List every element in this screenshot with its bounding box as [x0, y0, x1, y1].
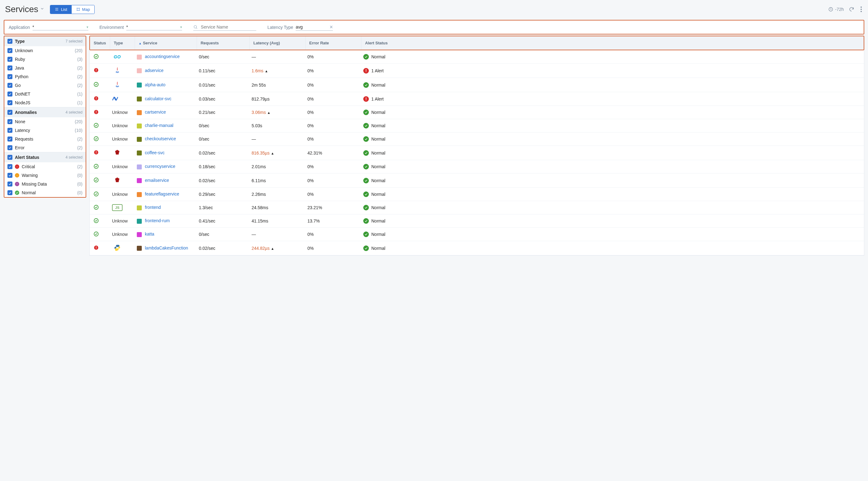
- table-row[interactable]: Unknowcheckoutservice0/sec—0%Normal: [90, 132, 864, 146]
- facet-item[interactable]: None(20): [4, 117, 86, 126]
- facet-item[interactable]: Requests(2): [4, 135, 86, 143]
- facet-item[interactable]: Java(2): [4, 64, 86, 72]
- table-row[interactable]: !Unknowcartservice0.21/sec3.06ms▲0%Norma…: [90, 106, 864, 119]
- service-name[interactable]: accountingservice: [145, 54, 180, 59]
- checkbox-icon[interactable]: [7, 92, 12, 96]
- table-row[interactable]: Unknowkatta0/sec—0%Normal: [90, 228, 864, 241]
- table-row[interactable]: alpha-auto0.01/sec2m 55s0%Normal: [90, 78, 864, 92]
- table-row[interactable]: GOaccountingservice0/sec—0%Normal: [90, 50, 864, 64]
- service-cell[interactable]: accountingservice: [133, 50, 195, 64]
- table-row[interactable]: !calculator-svc0.03/sec812.79µs0%!1 Aler…: [90, 92, 864, 106]
- checkbox-icon[interactable]: [7, 119, 12, 124]
- column-error[interactable]: Error Rate: [305, 36, 361, 50]
- column-alert[interactable]: Alert Status: [361, 36, 864, 50]
- facet-item[interactable]: Ruby(3): [4, 55, 86, 64]
- table-row[interactable]: Unknowfeatureflagservice0.29/sec2.26ms0%…: [90, 188, 864, 201]
- service-name[interactable]: emailservice: [145, 178, 169, 183]
- facet-group-header[interactable]: Type7 selected: [4, 36, 86, 46]
- checkbox-icon[interactable]: [7, 128, 12, 133]
- table-row[interactable]: !coffee-svc0.02/sec816.35µs▲42.31%Normal: [90, 146, 864, 160]
- checkbox-icon[interactable]: [7, 100, 12, 105]
- checkbox-icon[interactable]: [7, 173, 12, 178]
- facet-item[interactable]: Error(2): [4, 143, 86, 152]
- facet-item[interactable]: Python(2): [4, 72, 86, 81]
- facet-item[interactable]: ?Missing Data(0): [4, 180, 86, 188]
- clear-latency-type-icon[interactable]: ×: [330, 24, 333, 30]
- checkbox-icon[interactable]: [7, 57, 12, 62]
- view-map-button[interactable]: Map: [72, 5, 94, 14]
- service-name[interactable]: alpha-auto: [145, 82, 165, 87]
- service-cell[interactable]: lambdaCakesFunction: [133, 241, 195, 255]
- service-name[interactable]: checkoutservice: [145, 136, 176, 141]
- column-type[interactable]: Type: [110, 36, 135, 50]
- service-cell[interactable]: checkoutservice: [133, 132, 195, 146]
- checkbox-icon[interactable]: [7, 137, 12, 142]
- more-menu-icon[interactable]: [859, 5, 863, 13]
- facet-item[interactable]: !Warning(0): [4, 171, 86, 180]
- facet-item[interactable]: Latency(10): [4, 126, 86, 135]
- facet-item[interactable]: Unknown(20): [4, 46, 86, 55]
- service-cell[interactable]: alpha-auto: [133, 78, 195, 92]
- checkbox-icon[interactable]: [7, 74, 12, 79]
- checkbox-icon[interactable]: [7, 65, 12, 70]
- table-row[interactable]: !lambdaCakesFunction0.02/sec244.82µs▲0%N…: [90, 241, 864, 255]
- table-row[interactable]: JSfrontend1.3/sec24.58ms23.21%Normal: [90, 201, 864, 214]
- checkbox-icon[interactable]: [7, 48, 12, 53]
- service-name[interactable]: currencyservice: [145, 164, 175, 169]
- service-name[interactable]: lambdaCakesFunction: [145, 245, 188, 250]
- service-cell[interactable]: frontend-rum: [133, 214, 195, 228]
- view-list-button[interactable]: List: [50, 5, 71, 14]
- service-name[interactable]: frontend: [145, 205, 161, 210]
- table-row[interactable]: !adservice0.11/sec1.6ms▲0%!1 Alert: [90, 64, 864, 78]
- checkbox-icon[interactable]: [7, 145, 12, 150]
- time-range-picker[interactable]: -72h: [828, 7, 844, 12]
- service-cell[interactable]: frontend: [133, 201, 195, 214]
- facet-group-header[interactable]: Alert Status4 selected: [4, 152, 86, 162]
- service-cell[interactable]: coffee-svc: [133, 146, 195, 160]
- table-row[interactable]: Unknowcharlie-manual0/sec5.03s0%Normal: [90, 119, 864, 132]
- column-requests[interactable]: Requests: [197, 36, 249, 50]
- facet-item[interactable]: NodeJS(1): [4, 98, 86, 107]
- column-latency[interactable]: Latency (Avg): [249, 36, 305, 50]
- facet-item[interactable]: Go(2): [4, 81, 86, 90]
- facet-item[interactable]: DotNET(1): [4, 90, 86, 98]
- search-input[interactable]: [200, 24, 256, 30]
- service-cell[interactable]: adservice: [133, 64, 195, 78]
- service-cell[interactable]: currencyservice: [133, 160, 195, 174]
- service-name[interactable]: cartservice: [145, 110, 166, 115]
- service-name[interactable]: charlie-manual: [145, 123, 174, 128]
- checkbox-icon[interactable]: [7, 83, 12, 88]
- column-service[interactable]: ▲Service: [135, 36, 197, 50]
- filter-environment[interactable]: Environment * ▾: [100, 24, 182, 30]
- checkbox-icon[interactable]: [7, 155, 12, 160]
- title-dropdown[interactable]: [40, 6, 44, 12]
- service-cell[interactable]: charlie-manual: [133, 119, 195, 132]
- service-name-search[interactable]: [193, 24, 256, 31]
- filter-application[interactable]: Application * ▾: [9, 24, 88, 30]
- service-name[interactable]: calculator-svc: [145, 96, 172, 101]
- column-status[interactable]: Status: [90, 36, 110, 50]
- service-cell[interactable]: katta: [133, 228, 195, 241]
- service-name[interactable]: adservice: [145, 68, 163, 73]
- checkbox-icon[interactable]: [7, 39, 12, 44]
- checkbox-icon[interactable]: [7, 164, 12, 169]
- checkbox-icon[interactable]: [7, 190, 12, 195]
- table-row[interactable]: Unknowcurrencyservice0.18/sec2.01ms0%Nor…: [90, 160, 864, 174]
- service-cell[interactable]: cartservice: [133, 106, 195, 119]
- filter-latency-type[interactable]: Latency Type avg ×: [268, 24, 333, 31]
- service-cell[interactable]: calculator-svc: [133, 92, 195, 106]
- service-name[interactable]: frontend-rum: [145, 218, 170, 223]
- table-row[interactable]: Unknowfrontend-rum0.41/sec41.15ms13.7%No…: [90, 214, 864, 228]
- facet-item[interactable]: Normal(0): [4, 188, 86, 197]
- facet-group-header[interactable]: Anomalies4 selected: [4, 107, 86, 117]
- table-row[interactable]: emailservice0.02/sec6.11ms0%Normal: [90, 174, 864, 188]
- service-cell[interactable]: featureflagservice: [133, 188, 195, 201]
- service-name[interactable]: featureflagservice: [145, 191, 179, 197]
- checkbox-icon[interactable]: [7, 182, 12, 186]
- service-name[interactable]: katta: [145, 232, 154, 237]
- refresh-icon[interactable]: [849, 6, 854, 12]
- service-name[interactable]: coffee-svc: [145, 150, 165, 155]
- checkbox-icon[interactable]: [7, 110, 12, 115]
- facet-item[interactable]: !Critical(2): [4, 162, 86, 171]
- service-cell[interactable]: emailservice: [133, 174, 195, 188]
